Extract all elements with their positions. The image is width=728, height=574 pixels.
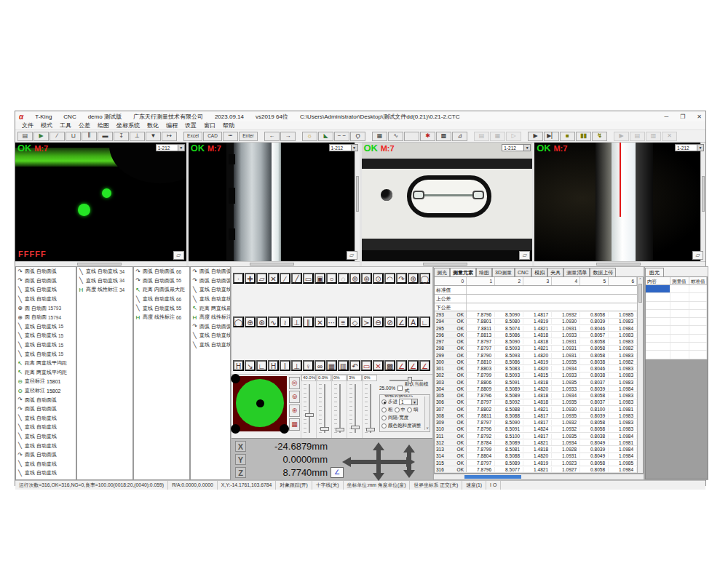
tab-夹具[interactable]: 夹具 [547, 268, 563, 276]
element-row[interactable] [646, 293, 707, 301]
light-pattern-button[interactable]: ⊛ [289, 404, 300, 417]
feature-item[interactable]: ╲直线自动直线 [16, 441, 76, 450]
feature-item[interactable]: ╲直线自动直线55 [134, 303, 189, 313]
radio-icon[interactable] [381, 407, 387, 412]
toolbox-icon[interactable]: ▩ [384, 360, 395, 371]
results-hscrollbar[interactable] [434, 474, 644, 479]
radio-icon[interactable] [407, 407, 412, 412]
feature-item[interactable]: ╲直线自动直线55 [191, 295, 230, 304]
toolbox-icon[interactable]: ⊛ [256, 316, 267, 327]
toolbar-block-tool[interactable]: ▬ [98, 132, 113, 141]
toolbox-icon[interactable]: ≡ [338, 316, 349, 327]
result-row[interactable]: 300OK7.88108.50861.48191.09350.80381.098… [435, 359, 643, 365]
toolbox-icon[interactable]: ╱ [291, 273, 302, 284]
toolbar-arrow-right[interactable]: → [280, 132, 296, 141]
toolbar-blank-button[interactable] [404, 132, 419, 141]
feature-item[interactable]: ⊖直径标注15801 [16, 377, 76, 386]
toolbox-icon[interactable]: ◯ [233, 316, 244, 327]
result-row[interactable]: 311OK7.87928.51001.48171.09350.80381.098… [435, 433, 643, 439]
radio-icon[interactable] [381, 423, 387, 428]
light-pattern-button[interactable]: ⊚ [289, 391, 300, 403]
feature-item[interactable]: ╲直线自动直线66 [134, 295, 189, 304]
toolbar-step-tool[interactable]: ↦ [162, 132, 177, 141]
feature-item[interactable]: ╲直线自动直线34 [77, 267, 132, 276]
toolbar-enter-button[interactable]: Enter [239, 132, 258, 141]
toolbar-magnifier[interactable]: Ϙ [350, 132, 365, 141]
slider-thumb[interactable] [305, 413, 314, 417]
element-row[interactable] [646, 343, 707, 351]
toolbox-icon[interactable]: ♀ [303, 360, 314, 371]
result-row[interactable]: 308OK7.88118.50881.48171.09350.80391.098… [435, 412, 643, 419]
toolbar-line-tool[interactable]: ∕ [50, 132, 65, 141]
feature-item[interactable]: ╲直线自动直线 [16, 469, 76, 478]
toolbar-stop[interactable]: ■ [560, 132, 575, 141]
toolbox-icon[interactable]: ⊕ [408, 273, 419, 284]
toolbox-icon[interactable]: ∠ [396, 316, 407, 327]
toolbar-curve-tool[interactable]: ∿ [388, 132, 403, 141]
light-slider[interactable]: 0.0% [316, 375, 331, 438]
feature-item[interactable]: H高度线性标注66 [134, 313, 189, 322]
toolbar-save-2[interactable]: ▤ [630, 132, 645, 141]
feature-item[interactable]: ╲直线自动直线 [16, 459, 76, 469]
tab-测量元素[interactable]: 测量元素 [450, 268, 476, 276]
light-pattern-button[interactable]: ◎ [289, 377, 300, 389]
toolbox-icon[interactable]: ↷ [396, 273, 407, 284]
feature-item[interactable]: ⊖直径标注15802 [16, 386, 76, 396]
toolbox-icon[interactable]: ∿ [268, 316, 279, 327]
jog-z-arrows[interactable] [403, 445, 415, 478]
toolbox-icon[interactable]: ▣ [314, 273, 325, 284]
camera-hscrollbar[interactable] [362, 261, 533, 266]
camera-hscrollbar[interactable] [534, 261, 705, 266]
toolbox-icon[interactable]: ◠ [384, 273, 395, 284]
toolbar-cad-export[interactable]: CAD [203, 132, 222, 141]
toolbox-icon[interactable]: ∕ [280, 273, 290, 284]
toolbar-save-disabled[interactable]: ▤ [474, 132, 489, 141]
result-row[interactable]: 302OK7.87998.50931.48151.09330.80381.098… [435, 372, 643, 379]
toolbar-folder-run[interactable]: ▷ [506, 132, 521, 141]
toolbox-icon[interactable]: ▭ [361, 360, 372, 371]
result-row[interactable]: 304OK7.88098.50891.48201.09330.80391.098… [435, 386, 643, 392]
feature-item[interactable]: ↷圆弧自动圆弧55 [191, 276, 230, 286]
menu-item-7[interactable]: 编程 [162, 121, 181, 129]
result-row[interactable]: 310OK7.87968.50911.48241.09320.80581.098… [435, 426, 643, 433]
light-slider[interactable]: 40.0% [301, 375, 316, 438]
radio-icon[interactable] [381, 399, 387, 404]
element-row[interactable] [646, 326, 707, 334]
light-slider[interactable]: 0% [331, 375, 347, 438]
menu-item-3[interactable]: 公差 [75, 121, 94, 129]
slider-thumb[interactable] [351, 426, 360, 429]
camera-3d-icon[interactable]: ▱ [347, 251, 357, 260]
toolbar-play-to-end[interactable]: ▶▏ [544, 132, 559, 141]
result-row[interactable]: 294OK7.88018.50801.48191.09300.80391.098… [435, 319, 643, 325]
toolbar-star-tool[interactable]: ✱ [420, 132, 435, 141]
slider-thumb[interactable] [336, 428, 344, 431]
camera-range-dropdown[interactable]: 1-212▼ [675, 144, 704, 151]
feature-item[interactable]: ↖距离两直线最大距 [191, 303, 230, 313]
toolbar-dash-tool[interactable]: − − [334, 132, 349, 141]
zoom-slider[interactable] [389, 377, 423, 383]
feature-item[interactable]: ↷圆弧自动圆弧 [16, 395, 76, 404]
element-row[interactable] [646, 302, 707, 310]
result-row[interactable]: 306OK7.87978.50921.48181.09350.80371.098… [435, 399, 643, 406]
tab-3D测量[interactable]: 3D测量 [492, 268, 515, 276]
toolbar-ruler-tool[interactable]: ┅ [223, 132, 238, 141]
toolbox-icon[interactable]: ↶ [349, 360, 360, 371]
toolbox-icon[interactable]: ⊖ [373, 316, 384, 327]
toolbox-icon[interactable]: ∠ [419, 360, 430, 371]
toolbox-icon[interactable]: ⊥ [291, 316, 302, 327]
feature-item[interactable]: ⊕圆自动圆15794 [16, 313, 76, 322]
toolbox-icon[interactable]: ◌ [338, 273, 349, 284]
feature-item[interactable]: H高度线性标注55 [191, 313, 230, 322]
toolbox-icon[interactable]: ∠ [396, 360, 407, 371]
camera-hscroll-thumb[interactable] [423, 263, 467, 266]
light-pattern-button[interactable]: ▦ [289, 418, 300, 431]
toolbox-icon[interactable]: ⊙ [373, 273, 384, 284]
results-vscrollbar[interactable]: ^ [637, 277, 643, 473]
light-slider[interactable]: 3% [347, 375, 362, 438]
camera-range-dropdown[interactable]: 1-212▼ [329, 144, 358, 151]
feature-item[interactable]: ╲直线自动直线55 [191, 340, 230, 350]
toolbox-icon[interactable]: ∠ [408, 360, 419, 371]
toolbox-icon[interactable]: ◇ [349, 316, 360, 327]
toolbar-pattern-tool[interactable]: ▦ [372, 132, 387, 141]
camera-vscrollbar[interactable] [355, 143, 360, 261]
